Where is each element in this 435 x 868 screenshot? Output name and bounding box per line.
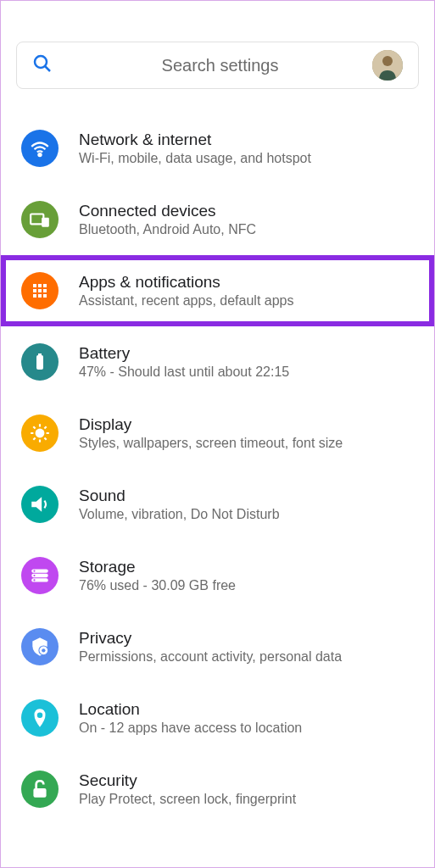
setting-text: Battery 47% - Should last until about 22… [79, 344, 289, 380]
svg-rect-11 [38, 289, 42, 292]
svg-point-24 [33, 579, 35, 581]
search-placeholder: Search settings [68, 56, 372, 75]
setting-title: Battery [79, 344, 289, 363]
svg-point-18 [36, 429, 45, 438]
setting-text: Sound Volume, vibration, Do Not Disturb [79, 487, 280, 522]
setting-item-sound[interactable]: Sound Volume, vibration, Do Not Disturb [1, 469, 434, 540]
setting-title: Sound [79, 487, 280, 505]
svg-rect-12 [43, 289, 47, 292]
setting-item-location[interactable]: Location On - 12 apps have access to loc… [1, 682, 434, 754]
setting-text: Security Play Protect, screen lock, fing… [79, 771, 296, 807]
svg-line-1 [45, 66, 50, 71]
svg-rect-7 [33, 284, 36, 287]
setting-text: Connected devices Bluetooth, Android Aut… [79, 202, 256, 237]
setting-title: Location [79, 700, 302, 719]
svg-rect-9 [43, 284, 47, 287]
svg-point-23 [33, 575, 35, 576]
setting-title: Display [79, 415, 343, 434]
svg-rect-15 [43, 294, 47, 298]
privacy-icon [21, 628, 59, 665]
setting-title: Storage [79, 558, 236, 576]
setting-item-battery[interactable]: Battery 47% - Should last until about 22… [1, 326, 434, 398]
storage-icon [21, 557, 59, 594]
setting-title: Network & internet [79, 131, 311, 149]
svg-rect-5 [31, 214, 43, 225]
setting-item-connected-devices[interactable]: Connected devices Bluetooth, Android Aut… [1, 184, 434, 255]
setting-text: Display Styles, wallpapers, screen timeo… [79, 415, 343, 451]
setting-item-privacy[interactable]: Privacy Permissions, account activity, p… [1, 611, 434, 682]
svg-rect-6 [42, 218, 49, 227]
setting-title: Apps & notifications [79, 273, 293, 292]
search-bar[interactable]: Search settings [16, 42, 419, 89]
svg-point-3 [382, 56, 393, 66]
setting-title: Privacy [79, 629, 342, 648]
setting-subtitle: Bluetooth, Android Auto, NFC [79, 222, 256, 237]
svg-rect-14 [38, 294, 42, 298]
svg-point-22 [33, 570, 35, 572]
apps-icon [21, 272, 59, 309]
battery-icon [21, 343, 59, 381]
setting-title: Connected devices [79, 202, 256, 220]
setting-item-apps-notifications[interactable]: Apps & notifications Assistant, recent a… [1, 255, 434, 326]
devices-icon [21, 201, 59, 238]
setting-text: Location On - 12 apps have access to loc… [79, 700, 302, 736]
setting-subtitle: Wi-Fi, mobile, data usage, and hotspot [79, 151, 311, 166]
svg-rect-13 [33, 294, 36, 298]
setting-subtitle: Assistant, recent apps, default apps [79, 293, 293, 309]
svg-rect-28 [33, 788, 46, 798]
setting-subtitle: 47% - Should last until about 22:15 [79, 364, 289, 380]
setting-subtitle: Play Protect, screen lock, fingerprint [79, 792, 296, 807]
security-icon [21, 771, 59, 808]
setting-subtitle: Styles, wallpapers, screen timeout, font… [79, 436, 343, 451]
setting-item-display[interactable]: Display Styles, wallpapers, screen timeo… [1, 398, 434, 469]
setting-text: Privacy Permissions, account activity, p… [79, 629, 342, 665]
setting-title: Security [79, 771, 296, 790]
search-icon [32, 53, 53, 77]
display-icon [21, 415, 59, 452]
setting-subtitle: Permissions, account activity, personal … [79, 649, 342, 665]
svg-rect-16 [36, 355, 43, 370]
setting-subtitle: 76% used - 30.09 GB free [79, 578, 236, 593]
setting-text: Network & internet Wi-Fi, mobile, data u… [79, 131, 311, 166]
svg-point-26 [42, 648, 45, 652]
setting-item-security[interactable]: Security Play Protect, screen lock, fing… [1, 754, 434, 825]
setting-item-network-internet[interactable]: Network & internet Wi-Fi, mobile, data u… [1, 113, 434, 184]
svg-rect-17 [38, 353, 42, 356]
svg-point-27 [37, 713, 43, 719]
setting-text: Apps & notifications Assistant, recent a… [79, 273, 293, 309]
setting-item-storage[interactable]: Storage 76% used - 30.09 GB free [1, 540, 434, 611]
svg-rect-8 [38, 284, 42, 287]
wifi-icon [21, 130, 59, 167]
avatar[interactable] [372, 50, 403, 81]
svg-point-0 [35, 56, 47, 68]
svg-rect-10 [33, 289, 36, 292]
settings-list: Network & internet Wi-Fi, mobile, data u… [1, 96, 434, 825]
setting-text: Storage 76% used - 30.09 GB free [79, 558, 236, 593]
sound-icon [21, 486, 59, 523]
location-icon [21, 699, 59, 737]
svg-point-4 [38, 153, 41, 156]
setting-subtitle: On - 12 apps have access to location [79, 721, 302, 736]
setting-subtitle: Volume, vibration, Do Not Disturb [79, 507, 280, 522]
